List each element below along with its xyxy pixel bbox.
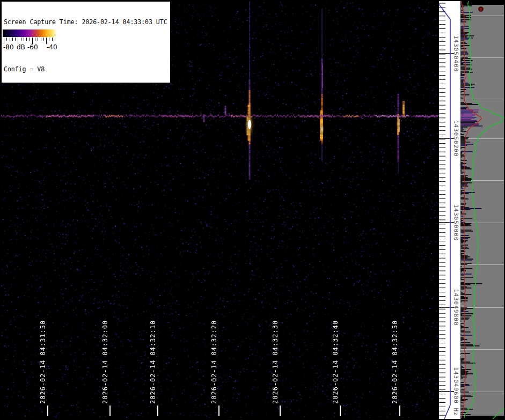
freq-axis-label: 143049600 Hz [452, 367, 459, 416]
db-unit-label: dB [17, 43, 25, 51]
spectrum-side-panel [460, 1, 504, 419]
freq-axis-label: 143050000 [452, 204, 459, 241]
config-text: Config = V8 [4, 65, 167, 73]
db-label-40: -40 [47, 43, 57, 51]
minor-ticks [439, 3, 445, 415]
db-color-scale-legend: -80 dB -60 -40 [2, 29, 59, 52]
db-label-80: -80 [3, 43, 14, 51]
freq-axis-label: 143050200 [452, 120, 459, 157]
freq-axis-label: 143050400 [452, 35, 459, 72]
db-label-60: -60 [27, 43, 38, 51]
freq-axis-label: 143049800 [452, 289, 459, 326]
frequency-axis: 1430504001430502001430500001430498001430… [439, 1, 460, 419]
color-gradient-bar [3, 30, 58, 37]
screen-capture-root: { "window": {"width": 941, "height": 783… [0, 0, 505, 420]
major-ticks [439, 54, 454, 392]
capture-time-text: Screen Capture Time: 2026-02-14 04:33:03… [4, 18, 167, 26]
